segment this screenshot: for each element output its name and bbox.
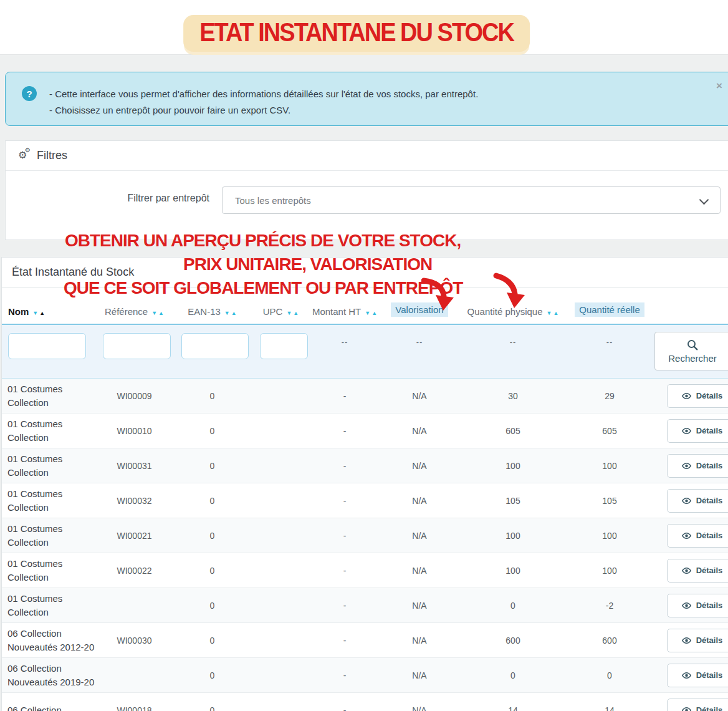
cell-actions: Détails	[653, 448, 728, 483]
details-button[interactable]: Détails	[667, 594, 728, 617]
cell-montant-ht: -	[310, 658, 379, 692]
cell-actions: Détails	[653, 414, 728, 448]
details-button[interactable]: Détails	[667, 384, 728, 408]
details-button[interactable]: Détails	[667, 664, 728, 687]
sort-asc-icon[interactable]: ▲	[371, 309, 377, 317]
cell-montant-ht: -	[310, 623, 379, 657]
filter-cell-actions: Rechercher	[653, 325, 728, 378]
search-icon	[686, 339, 699, 351]
cell-ean13: 0	[173, 588, 251, 622]
filter-cell-quantite-physique: --	[460, 325, 566, 378]
sort-desc-icon[interactable]: ▼	[547, 309, 552, 317]
product-name-line2: Collection	[7, 606, 49, 619]
eye-icon	[681, 427, 692, 435]
cell-quantite-reelle: 105	[566, 483, 653, 518]
cell-nom: 01 CostumesCollection	[2, 414, 95, 448]
sort-desc-icon[interactable]: ▼	[151, 309, 157, 317]
sort-asc-icon[interactable]: ▲	[553, 309, 558, 317]
product-name-line2: Collection	[7, 571, 49, 584]
filters-panel-title: Filtres	[37, 149, 67, 162]
details-button[interactable]: Détails	[667, 419, 728, 443]
cell-nom: 01 CostumesCollection	[2, 483, 95, 518]
cell-ean13: 0	[173, 518, 251, 553]
cell-valorisation: N/A	[379, 658, 460, 692]
details-button[interactable]: Détails	[667, 454, 728, 478]
sort-desc-icon[interactable]: ▼	[286, 309, 292, 317]
cell-montant-ht: -	[310, 483, 379, 518]
product-name-line2: Collection	[7, 396, 49, 410]
sort-desc-icon[interactable]: ▼	[365, 309, 370, 317]
filter-cell-montant-ht: --	[310, 325, 379, 378]
cell-nom: 06 CollectionNouveautés 2012-20	[2, 623, 95, 657]
eye-icon	[681, 497, 692, 505]
cell-actions: Détails	[653, 658, 728, 692]
ean13-filter-input[interactable]	[181, 333, 249, 359]
sort-desc-icon[interactable]: ▼	[224, 309, 230, 317]
filter-cell-nom	[2, 325, 95, 378]
column-label-reference: Référence	[105, 306, 148, 317]
table-row: 06 CollectionNouveautés 2012-20WI000300-…	[2, 623, 728, 658]
column-header-quantite-reelle: Quantité réelle	[566, 288, 653, 324]
table-row: 01 CostumesCollectionWI000320-N/A105105D…	[2, 483, 728, 518]
product-name-line2: Collection	[7, 536, 49, 549]
cell-ean13: 0	[173, 693, 251, 711]
filter-cell-valorisation: --	[379, 325, 460, 378]
cell-montant-ht: -	[310, 693, 379, 711]
cell-upc	[251, 693, 310, 711]
cell-valorisation: N/A	[379, 448, 460, 483]
cell-valorisation: N/A	[379, 518, 460, 553]
sort-asc-icon[interactable]: ▲	[158, 309, 164, 317]
sort-desc-icon[interactable]: ▼	[32, 309, 38, 317]
table-row: 01 CostumesCollection0-N/A0-2Détails	[2, 588, 728, 623]
details-button-label: Détails	[696, 531, 723, 540]
details-button-label: Détails	[696, 566, 723, 575]
table-row: 01 CostumesCollectionWI000210-N/A100100D…	[2, 518, 728, 553]
reference-filter-input[interactable]	[103, 333, 171, 359]
cell-ean13: 0	[173, 658, 251, 692]
table-body: 01 CostumesCollectionWI000090-N/A3029Dét…	[2, 379, 728, 711]
product-name-line2: Nouveautés 2012-20	[7, 641, 94, 654]
column-label-montant-ht: Montant HT	[312, 306, 361, 317]
cell-quantite-physique: 600	[460, 623, 566, 657]
annotation-line-2: PRIX UNITAIRE, VALORISATION	[183, 254, 432, 274]
cell-quantite-physique: 0	[460, 658, 566, 692]
gear-icon: ⚙⚙	[18, 149, 32, 163]
table-row: 01 CostumesCollectionWI000090-N/A3029Dét…	[2, 379, 728, 414]
sort-asc-icon[interactable]: ▲	[293, 309, 299, 317]
cell-montant-ht: -	[310, 553, 379, 588]
product-name-line1: 06 Collection	[7, 704, 62, 711]
sort-asc-icon[interactable]: ▲	[231, 309, 237, 317]
cell-montant-ht: -	[310, 379, 379, 413]
search-button[interactable]: Rechercher	[654, 332, 728, 370]
cell-actions: Détails	[653, 518, 728, 553]
product-name-line1: 06 Collection	[7, 627, 62, 641]
cell-valorisation: N/A	[379, 623, 460, 657]
filter-cell-reference	[95, 325, 173, 378]
column-label-quantite-reelle: Quantité réelle	[575, 302, 644, 317]
cell-upc	[251, 658, 310, 692]
warehouse-select[interactable]: Tous les entrepôts	[222, 186, 721, 214]
filters-panel-header: ⚙⚙ Filtres	[6, 141, 728, 171]
annotation-line-1: OBTENIR UN APERÇU PRÉCIS DE VOTRE STOCK,	[65, 231, 461, 251]
details-button-label: Détails	[696, 636, 723, 645]
details-button[interactable]: Détails	[667, 699, 728, 711]
details-button[interactable]: Détails	[667, 629, 728, 652]
details-button-label: Détails	[696, 461, 723, 470]
cell-reference: WI00021	[95, 518, 173, 553]
details-button[interactable]: Détails	[667, 559, 728, 583]
cell-quantite-reelle: 0	[566, 658, 653, 692]
cell-quantite-physique: 100	[460, 518, 566, 553]
close-icon[interactable]: ×	[716, 80, 722, 92]
sort-asc-icon[interactable]: ▲	[39, 309, 45, 317]
details-button[interactable]: Détails	[667, 489, 728, 513]
details-button[interactable]: Détails	[667, 524, 728, 548]
cell-nom: 01 CostumesCollection	[2, 553, 95, 588]
eye-icon	[681, 567, 692, 574]
upc-filter-input[interactable]	[260, 333, 308, 359]
cell-nom: 01 CostumesCollection	[2, 518, 95, 553]
alert-text: - Cette interface vous permet d'afficher…	[49, 86, 701, 119]
warehouse-select-value: Tous les entrepôts	[235, 195, 311, 206]
cell-actions: Détails	[653, 483, 728, 518]
cell-upc	[251, 379, 310, 413]
nom-filter-input[interactable]	[8, 333, 86, 359]
